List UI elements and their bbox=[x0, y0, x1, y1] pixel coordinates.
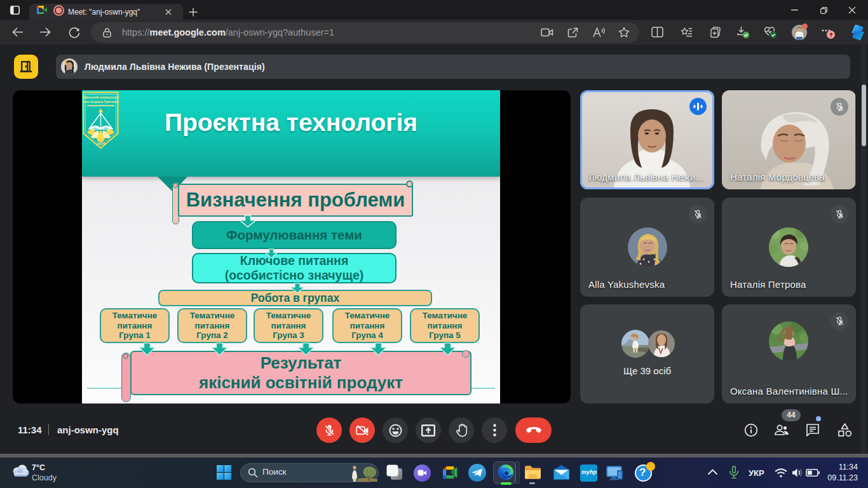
svg-text:Київський університет: Київський університет bbox=[83, 95, 119, 99]
svg-text:імені Бориса Грінченка: імені Бориса Грінченка bbox=[83, 100, 119, 104]
svg-text:1874: 1874 bbox=[97, 142, 105, 146]
